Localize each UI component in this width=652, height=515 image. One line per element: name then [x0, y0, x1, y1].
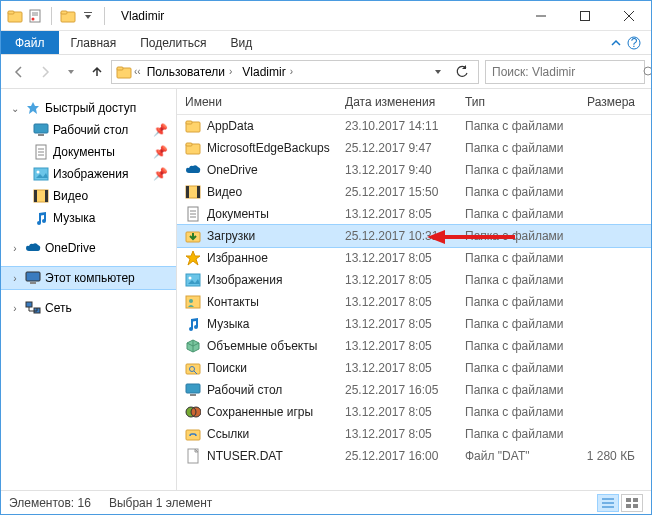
file-date: 25.12.2017 15:50 [337, 185, 457, 199]
qat-newfolder-icon[interactable] [60, 8, 76, 24]
ribbon-file-tab[interactable]: Файл [1, 31, 59, 54]
column-type[interactable]: Тип [457, 95, 577, 109]
pin-icon: 📌 [153, 123, 168, 137]
pictures-icon [33, 166, 49, 182]
column-date[interactable]: Дата изменения [337, 95, 457, 109]
file-date: 13.12.2017 8:05 [337, 251, 457, 265]
svg-rect-29 [45, 190, 48, 202]
videos-icon [185, 184, 201, 200]
chevron-right-icon[interactable]: › [9, 273, 21, 284]
qat-properties-icon[interactable] [27, 8, 43, 24]
nav-quick-videos[interactable]: Видео [1, 185, 176, 207]
nav-network[interactable]: › Сеть [1, 297, 176, 319]
svg-rect-39 [186, 121, 192, 124]
searches-icon [185, 360, 201, 376]
chevron-right-icon[interactable]: › [9, 303, 21, 314]
file-date: 25.12.2017 16:00 [337, 449, 457, 463]
file-name: Избранное [207, 251, 268, 265]
maximize-button[interactable] [563, 1, 607, 31]
desktop-icon [185, 382, 201, 398]
file-row[interactable]: Загрузки25.12.2017 10:31Папка с файлами [177, 225, 651, 247]
nav-quick-documents[interactable]: Документы📌 [1, 141, 176, 163]
file-row[interactable]: OneDrive13.12.2017 9:40Папка с файлами [177, 159, 651, 181]
file-type: Папка с файлами [457, 427, 577, 441]
svg-rect-68 [626, 498, 631, 502]
search-box[interactable] [485, 60, 645, 84]
status-selection: Выбран 1 элемент [109, 496, 212, 510]
file-row[interactable]: Избранное13.12.2017 8:05Папка с файлами [177, 247, 651, 269]
file-type: Папка с файлами [457, 317, 577, 331]
3d-icon [185, 338, 201, 354]
nav-quick-desktop[interactable]: Рабочий стол📌 [1, 119, 176, 141]
ribbon-tab-view[interactable]: Вид [218, 31, 264, 54]
breadcrumb-users[interactable]: Пользователи› [143, 65, 237, 79]
file-row[interactable]: Объемные объекты13.12.2017 8:05Папка с ф… [177, 335, 651, 357]
file-type: Папка с файлами [457, 405, 577, 419]
column-name[interactable]: Имени [177, 95, 337, 109]
file-list[interactable]: AppData23.10.2017 14:11Папка с файламиMi… [177, 115, 651, 490]
nav-onedrive[interactable]: › OneDrive [1, 237, 176, 259]
chevron-down-icon[interactable]: ⌄ [9, 103, 21, 114]
minimize-button[interactable] [519, 1, 563, 31]
file-type: Папка с файлами [457, 229, 577, 243]
refresh-button[interactable] [450, 60, 474, 84]
file-type: Папка с файлами [457, 273, 577, 287]
ribbon: Файл Главная Поделиться Вид ? [1, 31, 651, 55]
file-name: Видео [207, 185, 242, 199]
file-row[interactable]: Музыка13.12.2017 8:05Папка с файлами [177, 313, 651, 335]
file-row[interactable]: MicrosoftEdgeBackups25.12.2017 9:47Папка… [177, 137, 651, 159]
breadcrumb-vladimir[interactable]: Vladimir› [238, 65, 297, 79]
address-bar[interactable]: ‹‹ Пользователи› Vladimir› [111, 60, 479, 84]
file-row[interactable]: Видео25.12.2017 15:50Папка с файлами [177, 181, 651, 203]
nav-recent-dropdown[interactable] [59, 60, 83, 84]
column-size[interactable]: Размера [577, 95, 647, 109]
view-large-button[interactable] [621, 494, 643, 512]
address-dropdown-icon[interactable] [426, 60, 450, 84]
qat-dropdown-icon[interactable] [80, 8, 96, 24]
file-row[interactable]: Поиски13.12.2017 8:05Папка с файлами [177, 357, 651, 379]
file-row[interactable]: NTUSER.DAT25.12.2017 16:00Файл "DAT"1 28… [177, 445, 651, 467]
view-details-button[interactable] [597, 494, 619, 512]
svg-rect-20 [38, 134, 44, 136]
nav-this-pc[interactable]: › Этот компьютер [1, 267, 176, 289]
svg-rect-69 [633, 498, 638, 502]
nav-label: Изображения [53, 167, 128, 181]
svg-point-53 [189, 299, 193, 303]
nav-label: Видео [53, 189, 88, 203]
file-row[interactable]: Ссылки13.12.2017 8:05Папка с файлами [177, 423, 651, 445]
file-name: Контакты [207, 295, 259, 309]
nav-back-button[interactable] [7, 60, 31, 84]
titlebar: Vladimir [1, 1, 651, 31]
nav-quick-access[interactable]: ⌄ Быстрый доступ [1, 97, 176, 119]
navbar: ‹‹ Пользователи› Vladimir› [1, 55, 651, 89]
file-row[interactable]: Рабочий стол25.12.2017 16:05Папка с файл… [177, 379, 651, 401]
file-name: Сохраненные игры [207, 405, 313, 419]
file-row[interactable]: Контакты13.12.2017 8:05Папка с файлами [177, 291, 651, 313]
ribbon-expand-icon[interactable] [611, 38, 621, 48]
search-input[interactable] [492, 65, 642, 79]
file-pane: Имени Дата изменения Тип Размера AppData… [177, 89, 651, 490]
search-icon[interactable] [642, 65, 652, 79]
nav-label: Этот компьютер [45, 271, 135, 285]
file-row[interactable]: Изображения13.12.2017 8:05Папка с файлам… [177, 269, 651, 291]
nav-quick-pictures[interactable]: Изображения📌 [1, 163, 176, 185]
folder-small-icon [7, 8, 23, 24]
close-button[interactable] [607, 1, 651, 31]
navigation-pane: ⌄ Быстрый доступ Рабочий стол📌Документы📌… [1, 89, 177, 490]
nav-up-button[interactable] [85, 60, 109, 84]
nav-quick-music[interactable]: Музыка [1, 207, 176, 229]
folder-small-icon [116, 64, 132, 80]
nav-forward-button[interactable] [33, 60, 57, 84]
svg-point-26 [37, 171, 40, 174]
file-date: 23.10.2017 14:11 [337, 119, 457, 133]
svg-rect-43 [186, 186, 189, 198]
ribbon-tab-share[interactable]: Поделиться [128, 31, 218, 54]
file-row[interactable]: Документы13.12.2017 8:05Папка с файлами [177, 203, 651, 225]
chevron-right-icon[interactable]: › [9, 243, 21, 254]
crumb-sep-icon[interactable]: ‹‹ [134, 66, 141, 77]
svg-rect-7 [61, 11, 67, 14]
file-row[interactable]: AppData23.10.2017 14:11Папка с файлами [177, 115, 651, 137]
help-icon[interactable]: ? [627, 36, 641, 50]
ribbon-tab-home[interactable]: Главная [59, 31, 129, 54]
file-row[interactable]: Сохраненные игры13.12.2017 8:05Папка с ф… [177, 401, 651, 423]
